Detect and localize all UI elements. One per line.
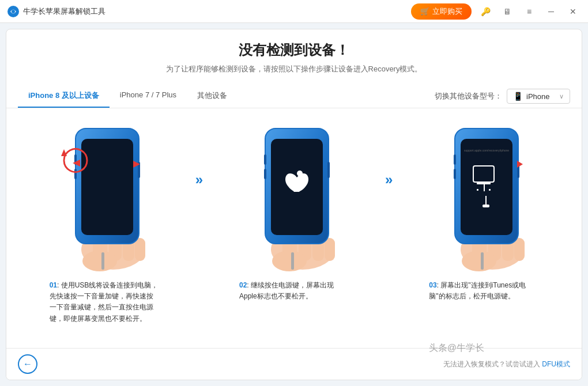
svg-point-30 xyxy=(297,171,303,176)
cart-icon: 🛒 xyxy=(420,7,429,16)
back-button[interactable]: ← xyxy=(18,354,37,374)
title-bar: 牛学长苹果屏幕解锁工具 🛒 立即购买 🔑 🖥 ≡ ─ ✕ xyxy=(0,0,588,23)
svg-rect-46 xyxy=(484,184,485,191)
step-2-colon: : xyxy=(247,281,251,289)
monitor-button[interactable]: 🖥 xyxy=(499,3,515,20)
step-3-text: 屏幕出现"连接到iTunes或电脑"的标志后，松开电源键。 xyxy=(429,281,526,300)
svg-rect-31 xyxy=(327,162,330,178)
svg-rect-32 xyxy=(264,154,266,165)
step-2-num: 02 xyxy=(239,281,247,289)
device-select-dropdown[interactable]: 📱 iPhone ∨ xyxy=(507,89,570,104)
svg-rect-43 xyxy=(473,139,494,145)
svg-rect-52 xyxy=(454,154,456,165)
steps-area: 01: 使用USB线将设备连接到电脑，先快速按一下音量加键，再快速按一下音量减键… xyxy=(6,108,582,348)
svg-rect-25 xyxy=(291,252,294,270)
dfu-mode-link[interactable]: DFU模式 xyxy=(542,360,570,368)
svg-rect-42 xyxy=(461,139,512,235)
svg-point-24 xyxy=(272,251,307,271)
phone-icon: 📱 xyxy=(513,92,523,101)
step-1-num: 01 xyxy=(50,281,57,289)
step-2-image:  xyxy=(231,114,357,275)
svg-point-39 xyxy=(462,251,496,271)
footer-bar: ← 无法进入恢复模式？试尝试进入 DFU模式 xyxy=(6,348,582,380)
svg-rect-14 xyxy=(74,169,77,179)
step-1: 01: 使用USB线将设备连接到电脑，先快速按一下音量加键，再快速按一下音量减键… xyxy=(24,114,184,329)
svg-rect-38 xyxy=(514,238,525,261)
svg-rect-12 xyxy=(94,139,115,145)
footer-hint: 无法进入恢复模式？试尝试进入 DFU模式 xyxy=(443,359,570,369)
step-arrow-2: » xyxy=(375,114,404,188)
tabs-group: iPhone 8 及以上设备 iPhone 7 / 7 Plus 其他设备 xyxy=(18,85,238,108)
step-2:  xyxy=(213,114,374,306)
page-subtitle: 为了让程序能够检测到设备，请按照以下操作步骤让设备进入Recovery模式。 xyxy=(18,64,570,74)
step-1-image xyxy=(41,114,168,275)
svg-point-1 xyxy=(12,10,15,13)
svg-point-7 xyxy=(82,251,117,271)
step-1-text: 使用USB线将设备连接到电脑，先快速按一下音量加键，再快速按一下音量减键，然后一… xyxy=(50,281,159,323)
chevron-down-icon: ∨ xyxy=(559,93,564,100)
svg-rect-6 xyxy=(135,238,145,261)
device-switch: 切换其他设备型号： 📱 iPhone ∨ xyxy=(435,89,570,104)
title-bar-actions: 🛒 立即购买 🔑 🖥 ≡ ─ ✕ xyxy=(411,3,581,20)
svg-rect-53 xyxy=(454,169,456,179)
device-switch-label: 切换其他设备型号： xyxy=(435,91,502,101)
buy-button[interactable]: 🛒 立即购买 xyxy=(411,3,472,20)
minimize-button[interactable]: ─ xyxy=(543,3,559,20)
tab-other[interactable]: 其他设备 xyxy=(187,85,238,108)
svg-rect-28 xyxy=(284,139,304,145)
content-header: 没有检测到设备！ 为了让程序能够检测到设备，请按照以下操作步骤让设备进入Reco… xyxy=(6,29,582,80)
step-arrow-1: » xyxy=(184,114,213,188)
key-button[interactable]: 🔑 xyxy=(477,3,493,20)
tabs-row: iPhone 8 及以上设备 iPhone 7 / 7 Plus 其他设备 切换… xyxy=(6,85,582,108)
step-3-image: support.apple.com/recovery/iphone xyxy=(420,114,547,275)
tab-iphone7[interactable]: iPhone 7 / 7 Plus xyxy=(110,85,187,108)
app-logo: 牛学长苹果屏幕解锁工具 xyxy=(7,5,105,18)
svg-marker-55 xyxy=(517,161,523,168)
main-content: 没有检测到设备！ 为了让程序能够检测到设备，请按照以下操作步骤让设备进入Reco… xyxy=(6,29,582,380)
step-1-colon: : xyxy=(57,281,61,289)
menu-button[interactable]: ≡ xyxy=(521,3,537,20)
step-3-desc: 03: 屏幕出现"连接到iTunes或电脑"的标志后，松开电源键。 xyxy=(423,275,544,306)
page-title: 没有检测到设备！ xyxy=(18,41,570,59)
step-2-text: 继续按住电源键，屏幕出现Apple标志也不要松开。 xyxy=(239,281,334,300)
step-3-illustration: support.apple.com/recovery/iphone xyxy=(426,117,541,273)
svg-rect-40 xyxy=(481,252,484,270)
step-2-desc: 02: 继续按住电源键，屏幕出现Apple标志也不要松开。 xyxy=(233,275,355,306)
svg-rect-48 xyxy=(489,189,491,191)
svg-rect-23 xyxy=(325,238,335,261)
step-1-desc: 01: 使用USB线将设备连接到电脑，先快速按一下音量加键，再快速按一下音量减键… xyxy=(44,275,165,329)
svg-text:support.apple.com/recovery/iph: support.apple.com/recovery/iphone xyxy=(464,149,509,152)
tab-iphone8[interactable]: iPhone 8 及以上设备 xyxy=(18,85,110,108)
step-3: support.apple.com/recovery/iphone xyxy=(404,114,564,306)
step-2-illustration:  xyxy=(236,117,352,273)
step-1-illustration xyxy=(47,117,162,273)
step-3-num: 03 xyxy=(429,281,436,289)
svg-rect-49 xyxy=(485,196,487,205)
close-button[interactable]: ✕ xyxy=(565,3,581,20)
svg-rect-11 xyxy=(81,139,133,235)
selected-device: iPhone xyxy=(526,92,556,101)
svg-rect-33 xyxy=(264,169,266,179)
svg-rect-45 xyxy=(477,182,491,184)
svg-rect-8 xyxy=(101,252,104,270)
logo-icon xyxy=(7,5,20,18)
svg-rect-47 xyxy=(477,189,478,191)
app-name: 牛学长苹果屏幕解锁工具 xyxy=(23,6,105,17)
svg-rect-50 xyxy=(483,205,489,207)
